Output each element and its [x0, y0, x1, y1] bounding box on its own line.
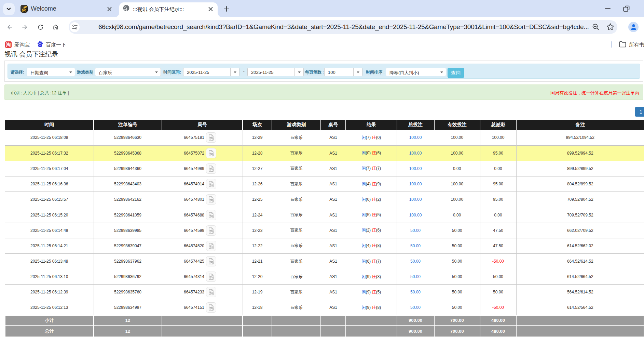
svg-text:du: du — [39, 44, 41, 47]
